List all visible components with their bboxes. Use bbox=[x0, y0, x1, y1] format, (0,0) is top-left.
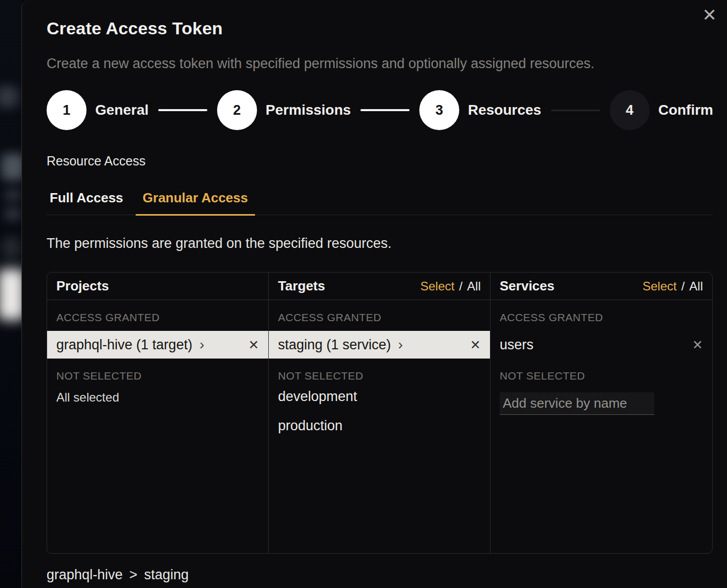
background-blur-blob bbox=[2, 237, 20, 259]
step-number-circle: 3 bbox=[419, 90, 459, 130]
target-item-development[interactable]: development bbox=[269, 382, 490, 411]
all-selected-note: All selected bbox=[56, 390, 259, 405]
close-icon: ✕ bbox=[702, 5, 717, 25]
targets-select-all: Select / All bbox=[420, 279, 481, 293]
breadcrumb: graphql-hive > staging bbox=[47, 567, 713, 583]
step-permissions[interactable]: 2 Permissions bbox=[217, 90, 351, 130]
stepper: 1 General 2 Permissions 3 Resources 4 Co… bbox=[47, 90, 713, 130]
service-row-label: users bbox=[500, 337, 533, 353]
targets-all-link[interactable]: All bbox=[467, 279, 481, 293]
step-confirm[interactable]: 4 Confirm bbox=[610, 90, 713, 130]
background-blur-blob bbox=[1, 154, 22, 180]
modal-title: Create Access Token bbox=[47, 18, 713, 38]
resource-access-tabs: Full Access Granular Access bbox=[47, 188, 713, 215]
remove-icon: ✕ bbox=[470, 338, 481, 352]
step-label: Resources bbox=[468, 102, 541, 118]
project-row-label: graphql-hive (1 target) bbox=[56, 337, 193, 353]
chevron-right-icon: › bbox=[200, 338, 204, 352]
remove-service-button[interactable]: ✕ bbox=[692, 339, 703, 351]
step-resources[interactable]: 3 Resources bbox=[419, 90, 541, 130]
step-number-circle: 4 bbox=[610, 90, 650, 130]
access-granted-label: ACCESS GRANTED bbox=[500, 311, 703, 324]
step-label: General bbox=[95, 102, 148, 118]
add-service-input[interactable] bbox=[500, 392, 654, 415]
step-connector bbox=[551, 110, 600, 111]
remove-icon: ✕ bbox=[248, 338, 259, 352]
service-row-users[interactable]: users ✕ bbox=[490, 331, 712, 359]
breadcrumb-target: staging bbox=[144, 567, 188, 583]
not-selected-label: NOT SELECTED bbox=[500, 370, 703, 382]
not-selected-label: NOT SELECTED bbox=[56, 370, 259, 382]
projects-column: Projects ACCESS GRANTED graphql-hive (1 … bbox=[47, 272, 269, 553]
resource-table: Projects ACCESS GRANTED graphql-hive (1 … bbox=[47, 272, 713, 554]
not-selected-label: NOT SELECTED bbox=[278, 370, 481, 382]
project-row-graphql-hive[interactable]: graphql-hive (1 target) › ✕ bbox=[47, 331, 268, 359]
column-title: Projects bbox=[56, 278, 109, 294]
step-connector bbox=[360, 109, 410, 111]
services-select-all: Select / All bbox=[643, 279, 703, 293]
projects-column-header: Projects bbox=[47, 272, 268, 300]
select-all-separator: / bbox=[459, 279, 463, 293]
services-all-link[interactable]: All bbox=[689, 279, 703, 293]
step-number-circle: 2 bbox=[217, 90, 257, 130]
step-number-circle: 1 bbox=[47, 90, 87, 130]
resource-access-heading: Resource Access bbox=[47, 154, 713, 169]
targets-column: Targets Select / All ACCESS GRANTED stag… bbox=[269, 272, 490, 553]
select-all-separator: / bbox=[681, 279, 685, 293]
create-access-token-modal: ✕ Create Access Token Create a new acces… bbox=[22, 0, 727, 588]
chevron-right-icon: › bbox=[398, 338, 403, 352]
services-column-header: Services Select / All bbox=[490, 272, 712, 300]
services-select-link[interactable]: Select bbox=[643, 279, 677, 293]
breadcrumb-project: graphql-hive bbox=[47, 567, 123, 583]
tab-full-access[interactable]: Full Access bbox=[47, 188, 131, 216]
remove-target-button[interactable]: ✕ bbox=[470, 339, 481, 351]
access-granted-label: ACCESS GRANTED bbox=[278, 311, 481, 324]
tab-granular-access[interactable]: Granular Access bbox=[136, 188, 255, 216]
step-label: Confirm bbox=[658, 102, 713, 118]
remove-icon: ✕ bbox=[692, 338, 703, 352]
column-title: Targets bbox=[278, 278, 325, 294]
breadcrumb-separator: > bbox=[130, 567, 138, 583]
services-column: Services Select / All ACCESS GRANTED use… bbox=[490, 272, 712, 553]
target-item-production[interactable]: production bbox=[269, 411, 490, 440]
step-label: Permissions bbox=[266, 102, 351, 118]
step-connector bbox=[158, 109, 207, 111]
background-page bbox=[0, 0, 22, 588]
background-blur-blob bbox=[0, 269, 22, 320]
granular-access-description: The permissions are granted on the speci… bbox=[47, 236, 713, 251]
modal-subtitle: Create a new access token with specified… bbox=[47, 56, 713, 72]
step-general[interactable]: 1 General bbox=[47, 90, 148, 130]
background-blur-blob bbox=[4, 188, 22, 202]
target-row-staging[interactable]: staging (1 service) › ✕ bbox=[269, 331, 490, 359]
background-blur-blob bbox=[4, 207, 22, 221]
column-title: Services bbox=[500, 278, 554, 294]
targets-select-link[interactable]: Select bbox=[420, 279, 455, 293]
targets-column-header: Targets Select / All bbox=[269, 272, 490, 300]
remove-project-button[interactable]: ✕ bbox=[248, 339, 259, 351]
background-blur-blob bbox=[0, 86, 18, 108]
target-row-label: staging (1 service) bbox=[278, 337, 391, 353]
access-granted-label: ACCESS GRANTED bbox=[56, 311, 259, 324]
close-button[interactable]: ✕ bbox=[699, 3, 720, 27]
